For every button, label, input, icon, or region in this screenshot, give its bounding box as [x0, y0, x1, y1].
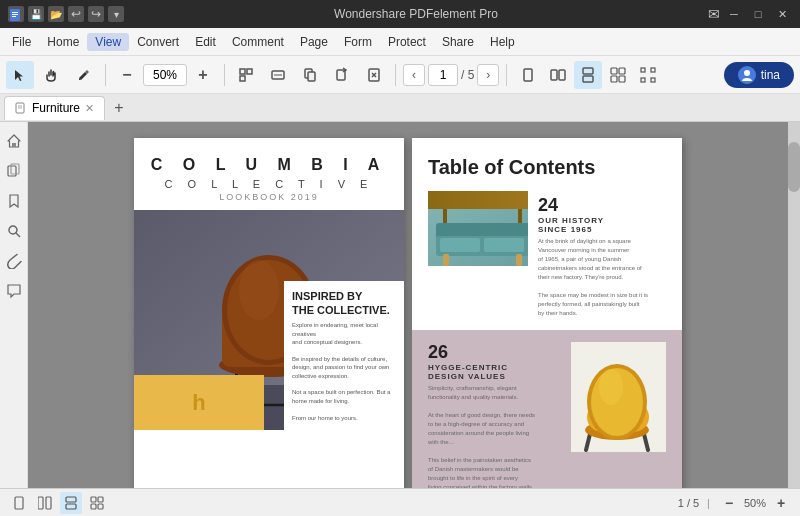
toc-title-2: HYGGE-CENTRICDESIGN VALUES: [428, 363, 559, 381]
menu-convert[interactable]: Convert: [129, 33, 187, 51]
two-page-view[interactable]: [544, 61, 572, 89]
bottom-left-tools: [8, 492, 108, 514]
svg-rect-18: [583, 68, 593, 74]
prev-page-button[interactable]: ‹: [403, 64, 425, 86]
app-icon: [8, 6, 24, 22]
rotate-button[interactable]: [328, 61, 356, 89]
tab-close-button[interactable]: ✕: [85, 102, 94, 115]
bottom-zoom-out[interactable]: −: [718, 492, 740, 514]
toc-num-2: 26: [428, 342, 559, 363]
separator-1: [105, 64, 106, 86]
fit-width-button[interactable]: [264, 61, 292, 89]
actual-size-button[interactable]: [296, 61, 324, 89]
thumbnail-view[interactable]: [604, 61, 632, 89]
pages-container: C O L U M B I A C O L L E C T I V E LOOK…: [134, 138, 682, 472]
yellow-chair-image: [571, 342, 666, 452]
bottom-zoom-in[interactable]: +: [770, 492, 792, 514]
bottom-scroll-view[interactable]: [60, 492, 82, 514]
open-icon[interactable]: 📂: [48, 6, 64, 22]
bookmark-icon[interactable]: [3, 190, 25, 212]
zoom-in-button[interactable]: +: [189, 61, 217, 89]
menu-share[interactable]: Share: [434, 33, 482, 51]
svg-point-49: [239, 260, 279, 320]
menu-page[interactable]: Page: [292, 33, 336, 51]
bottom-right-tools: 1 / 5 | − 50% +: [678, 492, 792, 514]
svg-rect-22: [611, 76, 617, 82]
tab-add-button[interactable]: +: [109, 98, 129, 118]
home-icon[interactable]: [3, 130, 25, 152]
menu-form[interactable]: Form: [336, 33, 380, 51]
select-tool[interactable]: [6, 61, 34, 89]
svg-rect-76: [98, 504, 103, 509]
zoom-input[interactable]: [143, 64, 187, 86]
page-number-input[interactable]: [428, 64, 458, 86]
tab-icon: [15, 102, 27, 114]
title-bar-left: 💾 📂 ↩ ↪ ▾: [8, 6, 124, 22]
redo-icon[interactable]: ↪: [88, 6, 104, 22]
tab-bar: Furniture ✕ +: [0, 94, 800, 122]
scroll-view[interactable]: [574, 61, 602, 89]
save-icon[interactable]: 💾: [28, 6, 44, 22]
bottom-two-view[interactable]: [34, 492, 56, 514]
comment-icon[interactable]: [3, 280, 25, 302]
menu-file[interactable]: File: [4, 33, 39, 51]
main-area: C O L U M B I A C O L L E C T I V E LOOK…: [0, 122, 800, 488]
svg-rect-2: [12, 14, 18, 15]
svg-rect-32: [12, 143, 16, 147]
close-button[interactable]: ✕: [772, 4, 792, 24]
search-icon[interactable]: [3, 220, 25, 242]
next-page-button[interactable]: ›: [477, 64, 499, 86]
menu-view[interactable]: View: [87, 33, 129, 51]
attachment-icon[interactable]: [3, 250, 25, 272]
menu-comment[interactable]: Comment: [224, 33, 292, 51]
svg-rect-57: [484, 238, 524, 252]
minimize-button[interactable]: ─: [724, 4, 744, 24]
bottom-grid-view[interactable]: [86, 492, 108, 514]
svg-rect-75: [91, 504, 96, 509]
svg-rect-74: [98, 497, 103, 502]
toc-title-1: OUR HISTORYSINCE 1965: [538, 216, 648, 234]
bottom-single-view[interactable]: [8, 492, 30, 514]
undo-icon[interactable]: ↩: [68, 6, 84, 22]
right-scrollbar[interactable]: [788, 122, 800, 488]
user-button[interactable]: tina: [724, 62, 794, 88]
draw-tool[interactable]: [70, 61, 98, 89]
menu-home[interactable]: Home: [39, 33, 87, 51]
separator-2: [224, 64, 225, 86]
title-bar-title: Wondershare PDFelement Pro: [124, 7, 708, 21]
mail-icon[interactable]: ✉: [708, 6, 720, 22]
inspired-text-block: INSPIRED BYTHE COLLECTIVE. Explore in en…: [284, 281, 404, 430]
chair-image: h INSPIRED BYTHE COLLECTIVE. Explore in …: [134, 210, 404, 430]
pdf-page-right: Table of Contents: [412, 138, 682, 488]
page-navigation: ‹ / 5 ›: [403, 64, 499, 86]
svg-rect-51: [428, 191, 528, 209]
toc-entry-2-text: 26 HYGGE-CENTRICDESIGN VALUES Simplicity…: [428, 342, 559, 488]
hand-tool[interactable]: [38, 61, 66, 89]
single-page-view[interactable]: [514, 61, 542, 89]
user-avatar: [738, 66, 756, 84]
dropdown-icon[interactable]: ▾: [108, 6, 124, 22]
svg-rect-24: [641, 68, 645, 72]
maximize-button[interactable]: □: [748, 4, 768, 24]
zoom-out-button[interactable]: −: [113, 61, 141, 89]
separator-3: [395, 64, 396, 86]
svg-rect-20: [611, 68, 617, 74]
svg-rect-59: [516, 254, 522, 266]
sofa-svg: [428, 191, 528, 266]
fullscreen-view[interactable]: [634, 61, 662, 89]
tab-furniture[interactable]: Furniture ✕: [4, 96, 105, 120]
svg-point-35: [9, 226, 17, 234]
svg-rect-17: [559, 70, 565, 80]
svg-rect-19: [583, 76, 593, 82]
svg-rect-27: [651, 78, 655, 82]
pages-icon[interactable]: [3, 160, 25, 182]
svg-rect-10: [308, 72, 315, 81]
menu-edit[interactable]: Edit: [187, 33, 224, 51]
menu-help[interactable]: Help: [482, 33, 523, 51]
delete-page-button[interactable]: [360, 61, 388, 89]
yellow-symbol: h: [192, 390, 205, 416]
document-area[interactable]: C O L U M B I A C O L L E C T I V E LOOK…: [28, 122, 788, 488]
toc-entry-2: 26 HYGGE-CENTRICDESIGN VALUES Simplicity…: [412, 330, 682, 488]
menu-protect[interactable]: Protect: [380, 33, 434, 51]
fit-page-button[interactable]: [232, 61, 260, 89]
